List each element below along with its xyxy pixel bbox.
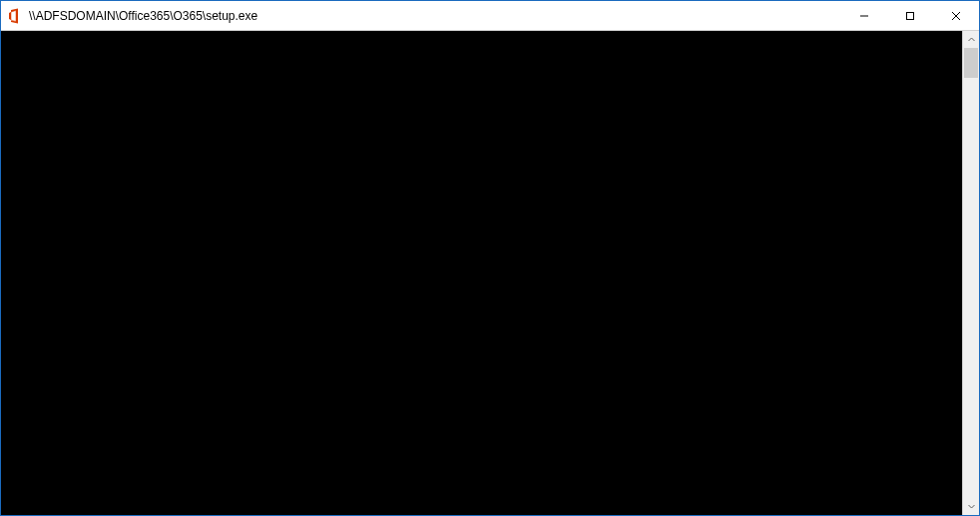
close-button[interactable] [933,1,979,30]
titlebar[interactable]: \\ADFSDOMAIN\Office365\O365\setup.exe [1,1,979,31]
scroll-down-button[interactable] [963,498,979,515]
vertical-scrollbar[interactable] [962,31,979,515]
scroll-thumb[interactable] [964,48,978,78]
svg-rect-4 [907,12,914,19]
office-icon [7,8,23,24]
console-output[interactable] [1,31,962,515]
window-controls [841,1,979,30]
window-title: \\ADFSDOMAIN\Office365\O365\setup.exe [29,9,841,23]
svg-marker-1 [11,10,16,21]
minimize-button[interactable] [841,1,887,30]
client-area [1,31,979,515]
scroll-up-button[interactable] [963,31,979,48]
svg-marker-2 [9,12,11,20]
maximize-button[interactable] [887,1,933,30]
scroll-track[interactable] [963,48,979,498]
console-window: \\ADFSDOMAIN\Office365\O365\setup.exe [0,0,980,516]
